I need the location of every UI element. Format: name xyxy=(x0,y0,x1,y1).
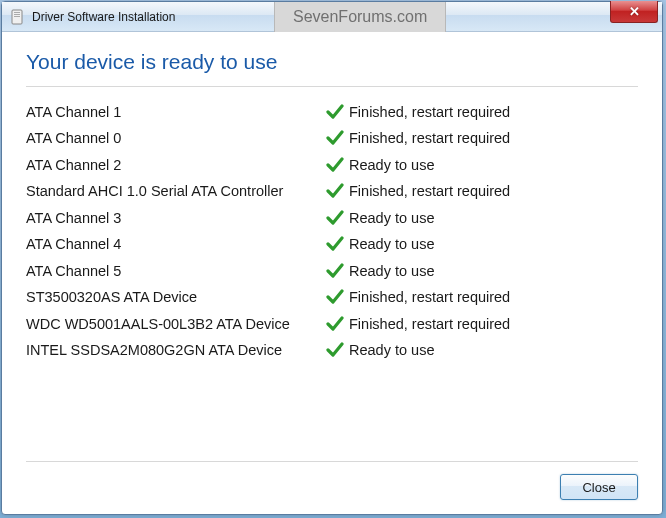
dialog-window: Driver Software Installation SevenForums… xyxy=(1,1,663,515)
device-name: WDC WD5001AALS-00L3B2 ATA Device xyxy=(26,313,326,335)
status-text: Finished, restart required xyxy=(349,127,510,149)
check-icon xyxy=(326,207,344,233)
device-name: ATA Channel 5 xyxy=(26,260,326,282)
device-name: ATA Channel 0 xyxy=(26,127,326,149)
device-status: Finished, restart required xyxy=(326,313,510,339)
check-icon xyxy=(326,313,344,339)
device-status: Finished, restart required xyxy=(326,286,510,312)
device-row: ATA Channel 0Finished, restart required xyxy=(26,127,638,153)
svg-rect-3 xyxy=(14,16,20,17)
status-text: Ready to use xyxy=(349,339,434,361)
device-name: ST3500320AS ATA Device xyxy=(26,286,326,308)
device-row: INTEL SSDSA2M080G2GN ATA DeviceReady to … xyxy=(26,339,638,365)
device-name: ATA Channel 3 xyxy=(26,207,326,229)
status-text: Finished, restart required xyxy=(349,101,510,123)
check-icon xyxy=(326,127,344,153)
app-icon xyxy=(10,9,26,25)
device-status: Ready to use xyxy=(326,154,434,180)
device-name: INTEL SSDSA2M080G2GN ATA Device xyxy=(26,339,326,361)
svg-rect-2 xyxy=(14,14,20,15)
device-row: WDC WD5001AALS-00L3B2 ATA DeviceFinished… xyxy=(26,313,638,339)
device-status: Ready to use xyxy=(326,339,434,365)
check-icon xyxy=(326,260,344,286)
device-name: ATA Channel 2 xyxy=(26,154,326,176)
device-row: ST3500320AS ATA DeviceFinished, restart … xyxy=(26,286,638,312)
status-text: Finished, restart required xyxy=(349,180,510,202)
device-name: ATA Channel 4 xyxy=(26,233,326,255)
window-close-button[interactable]: ✕ xyxy=(610,1,658,23)
status-text: Finished, restart required xyxy=(349,313,510,335)
device-list: ATA Channel 1Finished, restart requiredA… xyxy=(26,101,638,461)
check-icon xyxy=(326,233,344,259)
check-icon xyxy=(326,286,344,312)
device-row: Standard AHCI 1.0 Serial ATA ControllerF… xyxy=(26,180,638,206)
close-icon: ✕ xyxy=(629,4,640,19)
check-icon xyxy=(326,101,344,127)
device-row: ATA Channel 1Finished, restart required xyxy=(26,101,638,127)
footer: Close xyxy=(26,461,638,500)
check-icon xyxy=(326,180,344,206)
window-title: Driver Software Installation xyxy=(32,10,175,24)
device-status: Finished, restart required xyxy=(326,101,510,127)
device-status: Ready to use xyxy=(326,260,434,286)
status-text: Ready to use xyxy=(349,260,434,282)
status-text: Ready to use xyxy=(349,207,434,229)
status-text: Finished, restart required xyxy=(349,286,510,308)
titlebar[interactable]: Driver Software Installation SevenForums… xyxy=(2,2,662,32)
device-status: Finished, restart required xyxy=(326,127,510,153)
status-text: Ready to use xyxy=(349,233,434,255)
device-name: Standard AHCI 1.0 Serial ATA Controller xyxy=(26,180,326,202)
device-row: ATA Channel 3Ready to use xyxy=(26,207,638,233)
page-title: Your device is ready to use xyxy=(26,50,638,74)
device-status: Ready to use xyxy=(326,207,434,233)
divider xyxy=(26,86,638,87)
close-button[interactable]: Close xyxy=(560,474,638,500)
device-status: Ready to use xyxy=(326,233,434,259)
watermark: SevenForums.com xyxy=(274,2,446,32)
device-row: ATA Channel 4Ready to use xyxy=(26,233,638,259)
device-row: ATA Channel 5Ready to use xyxy=(26,260,638,286)
device-row: ATA Channel 2Ready to use xyxy=(26,154,638,180)
check-icon xyxy=(326,339,344,365)
content-area: Your device is ready to use ATA Channel … xyxy=(2,32,662,514)
device-status: Finished, restart required xyxy=(326,180,510,206)
status-text: Ready to use xyxy=(349,154,434,176)
svg-rect-1 xyxy=(14,12,20,13)
check-icon xyxy=(326,154,344,180)
device-name: ATA Channel 1 xyxy=(26,101,326,123)
